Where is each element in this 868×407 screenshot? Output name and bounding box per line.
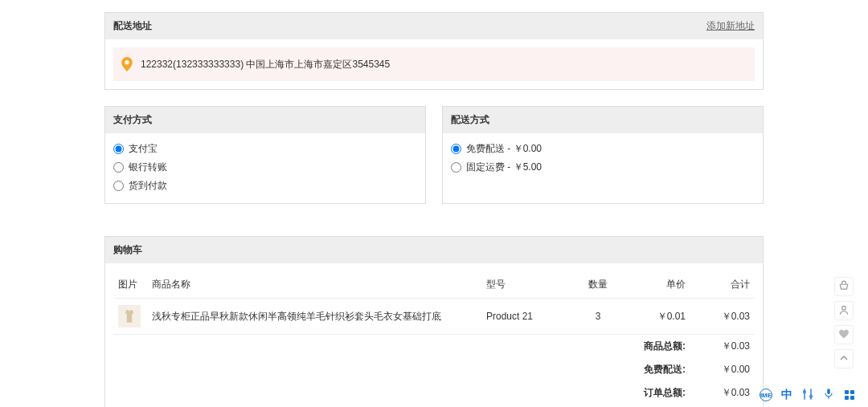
ime-language-button[interactable]: 中 <box>780 388 794 402</box>
summary-label-1: 免费配送: <box>113 358 690 381</box>
shipping-radio-1[interactable] <box>451 162 461 173</box>
payment-option-2[interactable]: 货到付款 <box>113 177 417 195</box>
ime-voice-button[interactable] <box>821 388 836 402</box>
payment-radio-1[interactable] <box>113 162 124 173</box>
svg-rect-3 <box>827 389 829 394</box>
svg-point-2 <box>810 395 813 397</box>
scroll-top-button[interactable] <box>834 349 854 368</box>
wishlist-widget-button[interactable] <box>834 325 854 344</box>
microphone-icon <box>823 388 834 403</box>
shipping-radio-0[interactable] <box>451 144 461 154</box>
payment-radio-0[interactable] <box>113 144 124 154</box>
selected-address[interactable]: 122332(132333333333) 中国上海市上海市嘉定区3545345 <box>113 47 755 81</box>
summary-row-1: 免费配送: ￥0.00 <box>113 358 755 381</box>
ime-grid-button[interactable] <box>842 388 857 402</box>
cell-qty: 3 <box>570 299 626 335</box>
cell-total: ￥0.03 <box>690 299 755 335</box>
table-row: 浅秋专柜正品早秋新款休闲半高领纯羊毛针织衫套头毛衣女基础打底 Product 2… <box>113 299 755 335</box>
main-container: 配送地址 添加新地址 122332(132333333333) 中国上海市上海市… <box>104 0 764 407</box>
payment-radio-2[interactable] <box>113 181 124 191</box>
product-thumbnail[interactable] <box>118 305 141 328</box>
summary-value-1: ￥0.00 <box>690 358 755 381</box>
col-price: 单价 <box>626 271 690 299</box>
shipping-title: 配送方式 <box>451 113 489 127</box>
cart-title: 购物车 <box>113 243 142 257</box>
sliders-icon <box>801 388 814 403</box>
ime-badge-icon: IME <box>760 389 772 401</box>
ime-settings-button[interactable] <box>800 388 815 402</box>
cart-panel-body: 图片 商品名称 型号 数量 单价 合计 <box>105 263 763 407</box>
svg-point-0 <box>842 306 846 310</box>
shipping-label-0: 免费配送 - ￥0.00 <box>466 142 542 156</box>
cart-panel: 购物车 图片 商品名称 型号 数量 单价 合计 <box>104 236 764 407</box>
product-name: 浅秋专柜正品早秋新款休闲半高领纯羊毛针织衫套头毛衣女基础打底 <box>152 311 441 322</box>
payment-option-0[interactable]: 支付宝 <box>113 140 417 158</box>
payment-title: 支付方式 <box>113 113 152 127</box>
cart-header-row: 图片 商品名称 型号 数量 单价 合计 <box>113 271 755 299</box>
cell-name[interactable]: 浅秋专柜正品早秋新款休闲半高领纯羊毛针织衫套头毛衣女基础打底 <box>147 299 481 335</box>
shipping-options: 免费配送 - ￥0.00 固定运费 - ￥5.00 <box>443 133 763 185</box>
payment-panel: 支付方式 支付宝 银行转账 货到付款 <box>104 106 426 204</box>
shipping-panel: 配送方式 免费配送 - ￥0.00 固定运费 - ￥5.00 <box>442 106 764 204</box>
map-marker-icon <box>121 57 133 71</box>
address-panel: 配送地址 添加新地址 122332(132333333333) 中国上海市上海市… <box>104 12 764 90</box>
grid-icon <box>845 390 854 400</box>
page-scroll-wrapper[interactable]: 配送地址 添加新地址 122332(132333333333) 中国上海市上海市… <box>0 0 868 407</box>
cell-price: ￥0.01 <box>626 299 690 335</box>
user-icon <box>838 304 850 318</box>
address-title: 配送地址 <box>113 19 152 33</box>
payment-option-1[interactable]: 银行转账 <box>113 158 417 177</box>
summary-row-2: 订单总额: ￥0.03 <box>113 381 755 405</box>
cell-model: Product 21 <box>481 299 570 335</box>
address-panel-header: 配送地址 添加新地址 <box>105 13 763 39</box>
account-widget-button[interactable] <box>834 301 854 320</box>
summary-label-2: 订单总额: <box>113 381 690 405</box>
heart-icon <box>838 328 850 342</box>
summary-value-0: ￥0.03 <box>690 335 755 359</box>
add-address-link[interactable]: 添加新地址 <box>706 19 755 33</box>
side-widget-bar <box>834 277 854 368</box>
col-qty: 数量 <box>570 271 626 299</box>
payment-options: 支付宝 银行转账 货到付款 <box>105 133 425 203</box>
shipping-option-1[interactable]: 固定运费 - ￥5.00 <box>451 158 755 177</box>
cart-table: 图片 商品名称 型号 数量 单价 合计 <box>113 271 755 405</box>
cell-image <box>113 299 147 335</box>
payment-label-2: 货到付款 <box>129 179 167 193</box>
payment-label-0: 支付宝 <box>129 142 158 156</box>
col-total: 合计 <box>690 271 755 299</box>
shipping-option-0[interactable]: 免费配送 - ￥0.00 <box>451 140 755 158</box>
cart-widget-button[interactable] <box>834 277 854 296</box>
shipping-panel-header: 配送方式 <box>443 107 763 133</box>
summary-row-0: 商品总额: ￥0.03 <box>113 335 755 359</box>
ime-badge-button[interactable]: IME <box>759 388 773 402</box>
svg-point-1 <box>804 391 806 393</box>
basket-icon <box>838 280 850 294</box>
shipping-label-1: 固定运费 - ￥5.00 <box>466 161 542 174</box>
payment-label-1: 银行转账 <box>129 161 167 174</box>
col-image: 图片 <box>113 271 147 299</box>
address-text: 122332(132333333333) 中国上海市上海市嘉定区3545345 <box>141 58 390 71</box>
ime-toolbar: IME 中 <box>759 388 857 402</box>
address-panel-body: 122332(132333333333) 中国上海市上海市嘉定区3545345 <box>105 39 763 89</box>
col-name: 商品名称 <box>147 271 481 299</box>
chevron-up-icon <box>839 353 849 365</box>
cart-panel-header: 购物车 <box>105 237 763 263</box>
summary-value-2: ￥0.03 <box>690 381 755 405</box>
col-model: 型号 <box>481 271 570 299</box>
payment-panel-header: 支付方式 <box>105 107 425 133</box>
payment-shipping-row: 支付方式 支付宝 银行转账 货到付款 <box>104 106 764 220</box>
summary-label-0: 商品总额: <box>113 335 690 359</box>
